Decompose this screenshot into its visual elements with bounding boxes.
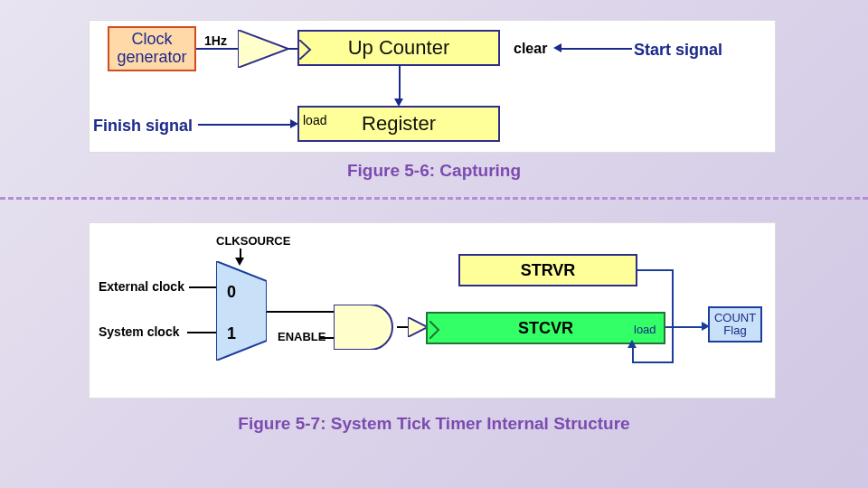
strvr-block: STRVR	[458, 254, 637, 286]
arrow-load-into-stcvr	[627, 340, 637, 348]
count-flag-label: COUNT Flag	[710, 312, 760, 338]
and-gate-icon	[334, 305, 399, 350]
clksource-label: CLKSOURCE	[216, 234, 290, 248]
figure-systick-panel: CLKSOURCE External clock System clock 0 …	[89, 222, 776, 399]
finish-signal-label: Finish signal	[93, 117, 193, 136]
wire-extclk	[189, 286, 220, 288]
arrow-start-to-counter	[553, 43, 561, 52]
wire-mux-to-and	[267, 311, 334, 313]
clock-input-notch-icon	[299, 40, 312, 60]
svg-marker-1	[216, 261, 267, 361]
wire-and-to-buf	[397, 326, 408, 328]
mux-input-1: 1	[227, 324, 236, 343]
up-counter-label: Up Counter	[348, 36, 450, 60]
register-label: Register	[362, 112, 436, 136]
figure-capturing-panel: Clock generator 1Hz Up Counter clear Sta…	[89, 20, 776, 153]
clock-input-notch2-icon	[429, 321, 440, 339]
clock-generator-block: Clock generator	[108, 26, 196, 71]
svg-marker-2	[408, 317, 428, 337]
figure-5-6-caption: Figure 5-6: Capturing	[0, 161, 868, 181]
start-signal-label: Start signal	[634, 41, 722, 60]
buffer-icon	[238, 30, 288, 68]
count-flag-block: COUNT Flag	[708, 306, 762, 343]
load-label: load	[303, 113, 326, 127]
strvr-label: STRVR	[521, 261, 576, 280]
wire-finish-to-register	[198, 124, 292, 126]
register-block: Register	[297, 106, 500, 142]
external-clock-label: External clock	[99, 279, 184, 294]
mux-block	[216, 261, 267, 361]
wire-stcvr-to-flag	[665, 326, 703, 328]
wire-sysclk	[187, 332, 220, 333]
arrow-finish-to-register	[290, 119, 298, 128]
stcvr-load-label: load	[634, 323, 656, 336]
buffer2-icon	[408, 317, 428, 337]
clear-label: clear	[514, 41, 547, 57]
divider	[0, 197, 868, 200]
wire-start-to-counter	[560, 48, 632, 50]
mux-input-0: 0	[227, 283, 236, 302]
wire-load-up	[632, 346, 634, 363]
wire-counter-to-register	[399, 66, 401, 100]
wire-strvr-right	[637, 269, 674, 271]
up-counter-block: Up Counter	[297, 30, 500, 66]
wire-strvr-to-load-h	[632, 361, 674, 363]
clock-generator-label: Clock generator	[109, 31, 194, 67]
figure-5-7-caption: Figure 5-7: System Tick Timer Internal S…	[0, 414, 868, 434]
wire-strvr-down	[672, 269, 674, 363]
system-clock-label: System clock	[99, 324, 180, 339]
wire-clk-to-buffer	[196, 48, 238, 50]
wire-enable-to-and	[319, 337, 334, 339]
stcvr-label: STCVR	[518, 319, 573, 338]
freq-label: 1Hz	[204, 33, 227, 48]
svg-marker-0	[238, 30, 288, 68]
